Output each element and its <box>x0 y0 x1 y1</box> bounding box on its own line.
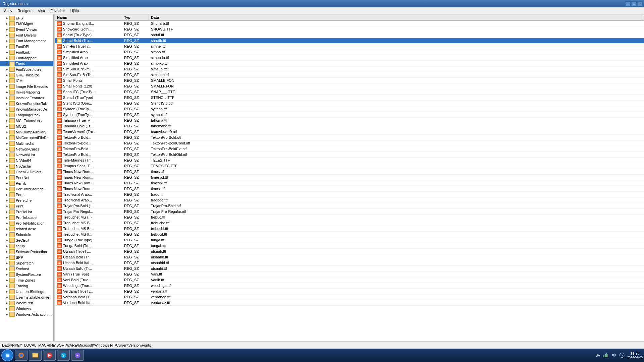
tree-expander[interactable]: ▶ <box>5 255 9 259</box>
table-row[interactable]: abSymbol (TrueTy...REG_SZsymbol.ttf <box>55 112 644 118</box>
table-row[interactable]: abUtsaah Bold Ital...REG_SZutsaahbi.ttf <box>55 260 644 266</box>
tree-item[interactable]: ▶NetworkCards <box>0 146 53 152</box>
tree-expander[interactable]: ▶ <box>5 50 9 54</box>
tree-expander[interactable]: ▶ <box>5 84 9 88</box>
tree-item[interactable]: ▶EFS <box>0 15 53 21</box>
table-row[interactable]: abTektonPro-Bold...REG_SZTektonPro-Bold.… <box>55 135 644 140</box>
tree-item[interactable]: ▶OpenGLDrivers <box>0 169 53 175</box>
tree-expander[interactable]: ▶ <box>5 153 9 157</box>
menu-arkiv[interactable]: Arkiv <box>1 8 15 13</box>
tree-expander[interactable]: ▶ <box>5 198 9 202</box>
tree-item[interactable]: ▶NvCache <box>0 163 53 169</box>
tree-expander[interactable]: ▶ <box>5 22 9 26</box>
col-name[interactable]: Namn <box>55 14 122 20</box>
menu-favoriter[interactable]: Favoriter <box>48 8 67 13</box>
tree-expander[interactable]: ▶ <box>5 221 9 225</box>
tree-item[interactable]: ▶SoftwareProtection <box>0 249 53 254</box>
tree-expander[interactable]: ▶ <box>5 124 9 128</box>
taskbar-explorer[interactable] <box>29 350 42 361</box>
tree-item[interactable]: ▶PeerNet <box>0 175 53 180</box>
table-row[interactable]: abWebdings (True...REG_SZwebdings.ttf <box>55 283 644 289</box>
tree-item[interactable]: ▶NetworkList <box>0 152 53 158</box>
tree-expander[interactable]: ▶ <box>5 27 9 32</box>
table-row[interactable]: abSylfaen (TrueTy...REG_SZsylfaen.ttf <box>55 106 644 112</box>
tree-expander[interactable]: ▶ <box>5 16 9 20</box>
start-button[interactable]: ⊞ <box>1 349 13 361</box>
tree-expander[interactable]: ▶ <box>5 73 9 77</box>
tree-item[interactable]: ▶SeCEdit <box>0 237 53 243</box>
tree-expander[interactable]: ▶ <box>5 141 9 145</box>
table-row[interactable]: abTahoma (TrueTy...REG_SZtahoma.ttf <box>55 118 644 123</box>
tree-item[interactable]: ▶Tracing <box>0 283 53 289</box>
content-panel[interactable]: Namn Typ Data abShonar Bangla B...REG_SZ… <box>55 14 644 341</box>
tree-item[interactable]: ▶MsiCorruptedFileRe <box>0 135 53 140</box>
tree-expander[interactable]: ▶ <box>5 33 9 37</box>
tree-item[interactable]: ▶Multimedia <box>0 140 53 146</box>
tree-expander[interactable]: ▶ <box>5 278 9 282</box>
tree-item[interactable]: ▶PerfHwldStorage <box>0 186 53 192</box>
table-row[interactable]: abUtsaah Italic (Tr...REG_SZutsaahi.ttf <box>55 266 644 272</box>
tree-expander[interactable]: ▶ <box>5 136 9 140</box>
tree-item[interactable]: ▶KnownManagedDe <box>0 106 53 112</box>
tree-expander[interactable]: ▶ <box>5 102 9 106</box>
table-row[interactable]: abSimSun & NSim...REG_SZsimsun.ttc <box>55 66 644 72</box>
tree-expander[interactable]: ▶ <box>5 193 9 197</box>
tree-item[interactable]: ▶related.desc <box>0 226 53 232</box>
tree-expander[interactable]: ▶ <box>5 170 9 174</box>
table-row[interactable]: abTempus Sans IT...REG_SZTEMPSITC.TTF <box>55 163 644 169</box>
table-row[interactable]: abTektonPro-Bold...REG_SZTektonPro-BoldC… <box>55 140 644 146</box>
tree-item[interactable]: ▶setup <box>0 243 53 249</box>
tree-item[interactable]: ▶WbemPerf <box>0 300 53 306</box>
table-row[interactable]: abSimplified Arabi...REG_SZsimpo.ttf <box>55 49 644 55</box>
table-row[interactable]: abTraditional Arab...REG_SZtrado.ttf <box>55 192 644 197</box>
table-row[interactable]: abSnap ITC (TrueTy...REG_SZSNAP___.TTF <box>55 89 644 95</box>
tree-expander[interactable]: ▶ <box>5 204 9 208</box>
table-row[interactable]: abTunga Bold (Tru...REG_SZtungab.ttf <box>55 243 644 249</box>
tree-item[interactable]: ▶ProfileNotification <box>0 220 53 226</box>
tree-item[interactable]: ▶Prefetcher <box>0 197 53 203</box>
tree-expander[interactable]: ▶ <box>5 250 9 254</box>
table-row[interactable]: abTrebuchet MS B...REG_SZtrebucbd.ttf <box>55 220 644 226</box>
table-row[interactable]: abTimes New Rom...REG_SZtimes.ttf <box>55 169 644 175</box>
tree-item[interactable]: ▶Fonts <box>0 61 53 66</box>
tree-item[interactable]: ▶GRE_Initialize <box>0 72 53 78</box>
tree-expander[interactable]: ▶ <box>5 244 9 248</box>
tree-item[interactable]: ▶MCB2 <box>0 123 53 129</box>
tree-item[interactable]: ▶Event Viewer <box>0 26 53 32</box>
tree-expander[interactable]: ▶ <box>5 119 9 123</box>
tree-item[interactable]: ▶SPP <box>0 254 53 260</box>
tree-item[interactable]: ▶Font Drivers <box>0 32 53 38</box>
tree-item[interactable]: ▶NtVdm64 <box>0 158 53 163</box>
tree-panel[interactable]: ▶EFS▶EMDMgmt▶Event Viewer▶Font Drivers▶F… <box>0 14 54 341</box>
table-row[interactable]: abTrajanPro-Bold (...REG_SZTrajanPro-Bol… <box>55 203 644 209</box>
tree-item[interactable]: ▶Time Zones <box>0 277 53 283</box>
table-row[interactable]: abVerdana Bold Ita...REG_SZverdanaz.ttf <box>55 300 644 306</box>
table-row[interactable]: abShowcard Gothi...REG_SZSHOWG.TTF <box>55 26 644 32</box>
table-row[interactable]: abTeamViewer9 (Tru...REG_SZteamviewer9.o… <box>55 129 644 135</box>
tree-item[interactable]: ▶Schedule <box>0 232 53 237</box>
table-row[interactable]: abStencil (TrueType)REG_SZSTENCIL.TTF <box>55 95 644 101</box>
table-row[interactable]: abSimSun-ExtB (Tr...REG_SZsimsunb.ttf <box>55 72 644 78</box>
tree-expander[interactable]: ▶ <box>5 90 9 94</box>
tree-item[interactable]: ▶Windows Activation ... <box>0 311 53 317</box>
tree-expander[interactable]: ▶ <box>5 210 9 214</box>
table-row[interactable]: abVerdana (TrueTy...REG_SZverdana.ttf <box>55 289 644 294</box>
tree-expander[interactable]: ▶ <box>5 67 9 71</box>
table-row[interactable]: abShonar Bangla B...REG_SZShonarb.ttf <box>55 21 644 26</box>
tree-expander[interactable]: ▶ <box>5 56 9 60</box>
table-row[interactable]: abTimes New Rom...REG_SZtimesbd.ttf <box>55 175 644 180</box>
table-row[interactable]: abVani (TrueType)REG_SZVani.ttf <box>55 272 644 277</box>
tree-item[interactable]: ▶EMDMgmt <box>0 21 53 26</box>
tree-item[interactable]: ▶FontSubstitutes <box>0 66 53 72</box>
tree-item[interactable]: ▶ProfileList <box>0 209 53 215</box>
minimize-button[interactable]: − <box>625 1 631 6</box>
taskbar-firefox[interactable] <box>15 350 28 361</box>
tree-expander[interactable]: ▶ <box>5 238 9 242</box>
table-row[interactable]: abTahoma Bold (Tr...REG_SZtahomabd.ttf <box>55 123 644 129</box>
tree-expander[interactable]: ▶ <box>5 39 9 43</box>
tree-item[interactable]: ▶MiniDumpAuxiliary <box>0 129 53 135</box>
tree-expander[interactable]: ▶ <box>5 284 9 288</box>
table-row[interactable]: abTunga (TrueType)REG_SZtunga.ttf <box>55 237 644 243</box>
tree-item[interactable]: ▶Superfetch <box>0 260 53 266</box>
table-row[interactable]: abUtsaah (TrueTy...REG_SZutsaah.ttf <box>55 249 644 254</box>
